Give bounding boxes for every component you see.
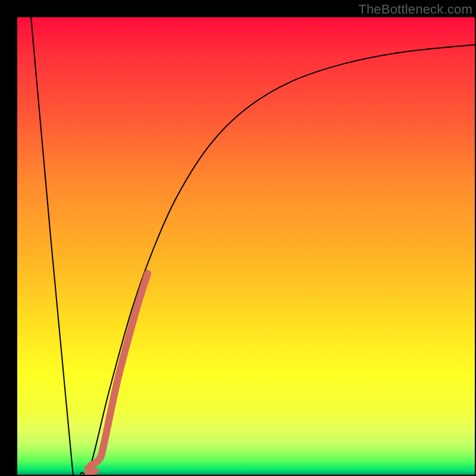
chart-stage: TheBottleneck.com — [0, 0, 476, 476]
highlight-segment — [90, 274, 148, 466]
watermark-text: TheBottleneck.com — [358, 2, 472, 17]
bottleneck-curve — [31, 17, 475, 475]
series-group — [31, 17, 475, 475]
chart-svg — [17, 17, 475, 475]
highlight-curl — [87, 468, 98, 473]
plot-area — [17, 17, 475, 475]
